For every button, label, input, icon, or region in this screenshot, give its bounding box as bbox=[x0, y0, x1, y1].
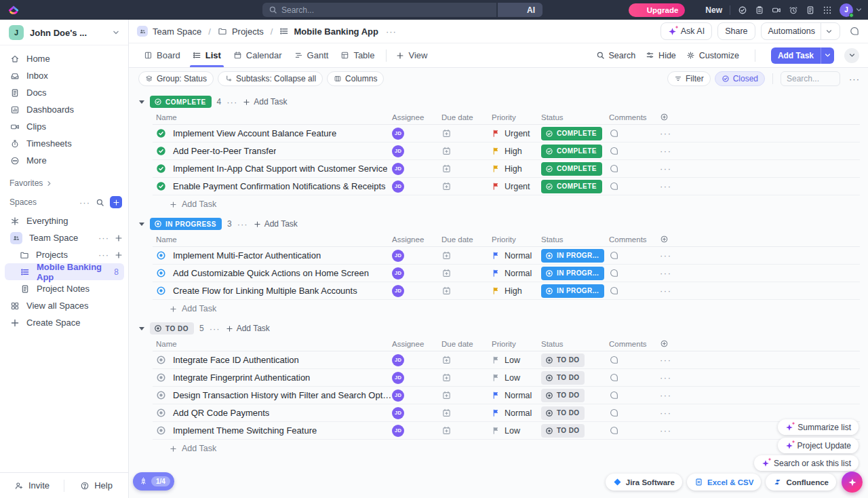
column-assignee[interactable]: Assignee bbox=[392, 340, 441, 348]
share-button[interactable]: Share bbox=[717, 22, 755, 40]
group-more-button[interactable]: ··· bbox=[237, 219, 248, 229]
assignee-avatar[interactable]: JD bbox=[392, 389, 404, 402]
due-date-icon[interactable] bbox=[441, 355, 452, 365]
column-due-date[interactable]: Due date bbox=[441, 113, 492, 121]
task-more-button[interactable]: ··· bbox=[660, 250, 672, 261]
collapse-group-caret[interactable] bbox=[139, 223, 144, 226]
help-button[interactable]: Help bbox=[64, 480, 128, 491]
task-row[interactable]: Integrate Fingerprint Authentication JD … bbox=[153, 369, 860, 387]
status-badge[interactable]: TO DO bbox=[541, 353, 585, 367]
assignee-avatar[interactable]: JD bbox=[392, 267, 404, 280]
sidebar-item-docs[interactable]: Docs bbox=[5, 84, 123, 101]
list-search[interactable] bbox=[781, 71, 840, 86]
comments-icon[interactable] bbox=[849, 26, 860, 37]
task-more-button[interactable]: ··· bbox=[660, 268, 672, 278]
column-status[interactable]: Status bbox=[541, 340, 609, 348]
breadcrumb-projects[interactable]: Projects bbox=[232, 26, 264, 37]
priority-cell[interactable]: Urgent bbox=[492, 129, 541, 138]
tab-gantt[interactable]: Gantt bbox=[288, 43, 335, 67]
spaces-more-button[interactable]: ··· bbox=[79, 197, 90, 208]
reminders-icon[interactable] bbox=[789, 5, 798, 15]
priority-cell[interactable]: Low bbox=[492, 426, 541, 436]
task-more-button[interactable]: ··· bbox=[660, 355, 672, 365]
task-more-button[interactable]: ··· bbox=[660, 408, 672, 418]
due-date-icon[interactable] bbox=[441, 181, 452, 191]
due-date-icon[interactable] bbox=[441, 146, 452, 156]
task-more-button[interactable]: ··· bbox=[660, 181, 672, 191]
notepad-icon[interactable] bbox=[755, 5, 764, 15]
priority-cell[interactable]: Low bbox=[492, 356, 541, 365]
column-assignee[interactable]: Assignee bbox=[392, 113, 441, 121]
comments-icon[interactable] bbox=[609, 390, 619, 400]
search-or-ask-button[interactable]: Search or ask this list bbox=[754, 455, 859, 471]
task-row[interactable]: Integrate Face ID Authentication JD Low … bbox=[153, 351, 860, 369]
summarize-list-button[interactable]: Summarize list bbox=[778, 419, 859, 435]
due-date-icon[interactable] bbox=[441, 372, 452, 383]
priority-cell[interactable]: High bbox=[492, 164, 541, 174]
sidebar-item-mobile-banking-app[interactable]: Mobile Banking App 8 bbox=[5, 263, 124, 280]
status-badge[interactable]: IN PROGR... bbox=[541, 267, 604, 280]
sidebar-item-view-all-spaces[interactable]: View all Spaces bbox=[5, 297, 128, 314]
record-clip-icon[interactable] bbox=[772, 5, 781, 15]
status-badge[interactable]: COMPLETE bbox=[541, 162, 602, 176]
priority-cell[interactable]: High bbox=[492, 286, 541, 296]
onboarding-progress-pill[interactable]: 1/4 bbox=[133, 472, 174, 491]
global-search[interactable]: AI bbox=[262, 3, 542, 17]
sidebar-item-create-space[interactable]: Create Space bbox=[5, 314, 128, 331]
sidebar-item-team-space[interactable]: Team Space ··· bbox=[5, 229, 128, 246]
customize-button[interactable]: Customize bbox=[686, 51, 739, 60]
task-row[interactable]: Create Flow for Linking Multiple Bank Ac… bbox=[153, 282, 860, 300]
comments-icon[interactable] bbox=[609, 181, 619, 191]
ask-ai-button[interactable]: Ask AI bbox=[660, 22, 712, 40]
column-priority[interactable]: Priority bbox=[492, 235, 541, 244]
project-update-button[interactable]: Project Update bbox=[778, 438, 859, 453]
invite-button[interactable]: Invite bbox=[0, 480, 64, 491]
task-more-button[interactable]: ··· bbox=[660, 164, 672, 174]
breadcrumb-team-space[interactable]: Team Space bbox=[153, 26, 201, 37]
comments-icon[interactable] bbox=[609, 146, 619, 156]
topbar-ai-button[interactable]: AI bbox=[496, 3, 542, 17]
add-to-space-button[interactable] bbox=[115, 234, 123, 242]
due-date-icon[interactable] bbox=[441, 286, 452, 296]
assignee-avatar[interactable]: JD bbox=[392, 354, 404, 366]
status-badge[interactable]: TO DO bbox=[541, 406, 585, 420]
comments-icon[interactable] bbox=[609, 425, 619, 436]
comments-icon[interactable] bbox=[609, 372, 619, 383]
toolbar-more-button[interactable]: ··· bbox=[849, 74, 860, 84]
view-search-button[interactable]: Search bbox=[596, 51, 636, 60]
group-more-button[interactable]: ··· bbox=[226, 97, 237, 107]
sidebar-item-more[interactable]: More bbox=[5, 152, 123, 169]
column-due-date[interactable]: Due date bbox=[441, 235, 492, 244]
column-name[interactable]: Name bbox=[153, 340, 392, 348]
due-date-icon[interactable] bbox=[441, 164, 452, 174]
task-row[interactable]: Design Transaction History with Filter a… bbox=[153, 387, 860, 404]
sidebar-item-project-notes[interactable]: Project Notes bbox=[5, 280, 128, 297]
task-row[interactable]: Implement View Account Balance Feature J… bbox=[153, 125, 860, 142]
add-to-folder-button[interactable] bbox=[115, 251, 123, 259]
task-status-icon[interactable] bbox=[156, 390, 166, 400]
task-row[interactable]: Add QR Code Payments JD Normal TO DO ··· bbox=[153, 404, 860, 422]
add-space-button[interactable] bbox=[110, 196, 122, 208]
sidebar-item-clips[interactable]: Clips bbox=[5, 118, 123, 135]
assignee-avatar[interactable]: JD bbox=[392, 425, 404, 437]
status-badge[interactable]: IN PROGR... bbox=[541, 249, 604, 263]
comments-icon[interactable] bbox=[609, 355, 619, 365]
tab-list[interactable]: List bbox=[186, 43, 227, 67]
collapse-group-caret[interactable] bbox=[139, 327, 144, 330]
status-badge[interactable]: COMPLETE bbox=[541, 127, 602, 140]
complete-status-icon[interactable] bbox=[156, 128, 166, 138]
task-status-icon[interactable] bbox=[156, 268, 166, 278]
automations-button[interactable]: Automations bbox=[761, 22, 840, 40]
breadcrumb-more-button[interactable]: ··· bbox=[386, 26, 397, 37]
due-date-icon[interactable] bbox=[441, 250, 452, 261]
user-avatar[interactable]: J bbox=[840, 3, 853, 17]
task-status-icon[interactable] bbox=[156, 372, 166, 383]
breadcrumb-current[interactable]: Mobile Banking App bbox=[294, 26, 378, 37]
column-name[interactable]: Name bbox=[153, 113, 392, 121]
sidebar-item-inbox[interactable]: Inbox bbox=[5, 67, 123, 84]
comments-icon[interactable] bbox=[609, 286, 619, 296]
status-badge[interactable]: TO DO bbox=[541, 424, 585, 438]
add-task-button[interactable]: Add Task bbox=[771, 47, 834, 64]
add-task-dropdown[interactable] bbox=[821, 47, 834, 64]
priority-cell[interactable]: Normal bbox=[492, 251, 541, 261]
